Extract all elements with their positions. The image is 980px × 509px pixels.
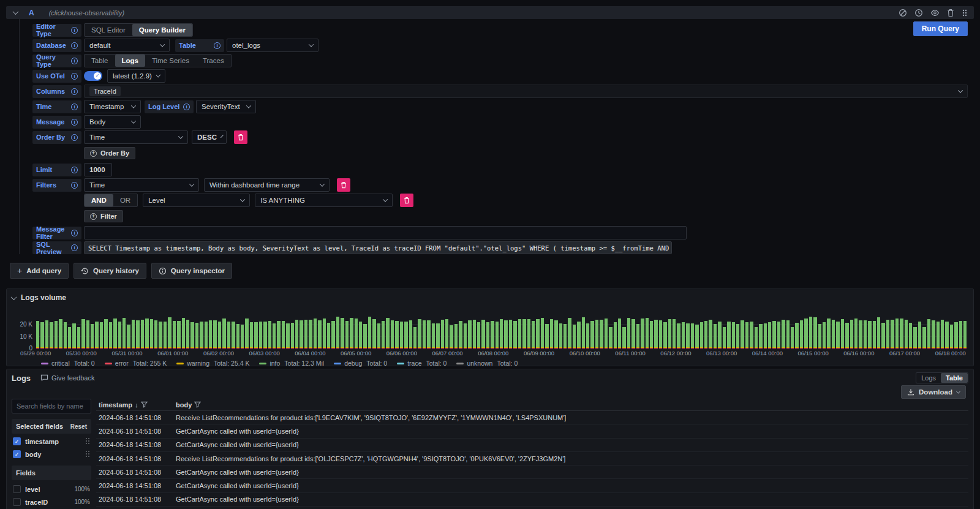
remove-time-filter-button[interactable]	[337, 178, 350, 192]
log-table-row[interactable]: 2024-06-18 14:51:08GetCartAsync called w…	[96, 479, 968, 492]
filter-operator-and[interactable]: AND	[85, 194, 113, 206]
query-history-button[interactable]: Query history	[74, 263, 146, 279]
log-table-row[interactable]: 2024-06-18 14:51:08Receive ListRecommend…	[96, 411, 968, 424]
drag-handle-icon[interactable]	[85, 450, 90, 459]
volume-bar	[636, 324, 639, 349]
add-query-button[interactable]: + Add query	[10, 263, 69, 279]
log-table-row[interactable]: 2024-06-18 14:51:08GetCartAsync called w…	[96, 466, 968, 479]
volume-bar	[868, 321, 871, 349]
available-field-level[interactable]: level100%	[13, 484, 90, 494]
collapse-query-chevron-icon[interactable]	[13, 9, 19, 15]
filter-level-field-select[interactable]: Level	[143, 194, 250, 207]
search-fields-input[interactable]	[12, 399, 91, 413]
use-otel-toggle[interactable]: ✓	[84, 71, 102, 81]
legend-series-label[interactable]: info	[270, 360, 280, 367]
log-body-cell: GetCartAsync called with userId={userId}	[175, 441, 968, 448]
volume-bar	[250, 322, 253, 349]
reset-fields-button[interactable]: Reset	[70, 423, 87, 430]
legend-series-label[interactable]: error	[115, 360, 129, 367]
field-name-label: level	[25, 486, 40, 493]
volume-bar	[200, 322, 203, 349]
log-level-column-select[interactable]: SeverityText	[196, 100, 256, 113]
collapse-volume-chevron-icon[interactable]	[11, 294, 17, 300]
add-order-by-button[interactable]: Order By	[84, 147, 135, 159]
volume-bar	[823, 322, 826, 349]
filter-time-field-select[interactable]: Time	[84, 178, 199, 192]
legend-color-swatch	[334, 363, 341, 364]
volume-bar	[491, 321, 494, 349]
view-toggle-logs[interactable]: Logs	[916, 373, 941, 383]
table-select[interactable]: otel_logs	[227, 39, 318, 52]
order-by-field-select[interactable]: Time	[84, 130, 188, 144]
query-type-traces[interactable]: Traces	[196, 55, 231, 67]
volume-bar	[513, 321, 516, 349]
message-filter-input[interactable]	[84, 226, 687, 239]
filter-funnel-icon[interactable]	[141, 401, 148, 408]
filter-funnel-icon[interactable]	[194, 401, 201, 408]
delete-query-icon[interactable]	[947, 9, 954, 17]
checkbox-checked-icon[interactable]: ✓	[13, 437, 21, 445]
x-axis-tick: 06/06 00:00	[386, 350, 417, 356]
log-table-row[interactable]: 2024-06-18 14:51:08GetCartAsync called w…	[96, 424, 968, 438]
volume-bar	[341, 318, 344, 349]
database-select[interactable]: default	[84, 39, 170, 52]
legend-series-label[interactable]: debug	[344, 360, 362, 367]
legend-series-label[interactable]: critical	[51, 360, 70, 367]
limit-input[interactable]	[84, 163, 112, 176]
volume-bar	[777, 322, 780, 349]
order-by-direction-select[interactable]: DESC	[192, 130, 227, 144]
selected-field-body[interactable]: ✓body	[13, 449, 90, 459]
filter-operator-or[interactable]: OR	[113, 194, 137, 206]
query-type-logs[interactable]: Logs	[115, 55, 145, 67]
hide-response-eye-icon[interactable]	[930, 9, 940, 17]
selected-field-timestamp[interactable]: ✓timestamp	[13, 436, 90, 447]
view-toggle-table[interactable]: Table	[941, 373, 968, 383]
editor-type-query-builder[interactable]: Query Builder	[132, 24, 192, 36]
remove-level-filter-button[interactable]	[400, 194, 413, 207]
legend-series-label[interactable]: trace	[407, 360, 421, 367]
body-column-header[interactable]: body	[176, 401, 192, 409]
filter-time-value-select[interactable]: Within dashboard time range	[204, 178, 330, 192]
legend-item-debug: debugTotal: 0	[334, 360, 387, 367]
volume-bar	[886, 320, 889, 349]
editor-type-sql-editor[interactable]: SQL Editor	[85, 24, 132, 36]
info-circle-icon	[159, 267, 167, 275]
legend-series-label[interactable]: warning	[187, 360, 209, 367]
history-icon	[81, 267, 89, 275]
columns-tag-traceid[interactable]: TraceId	[89, 86, 121, 96]
run-query-button[interactable]: Run Query	[913, 21, 968, 36]
remove-order-by-button[interactable]	[234, 130, 247, 144]
add-filter-button[interactable]: Filter	[84, 210, 123, 222]
trash-icon	[404, 197, 410, 204]
download-button[interactable]: Download	[901, 385, 966, 399]
query-inspector-button[interactable]: Query inspector	[151, 263, 232, 279]
volume-bar	[622, 327, 625, 349]
query-history-icon[interactable]	[914, 9, 923, 17]
query-type-time-series[interactable]: Time Series	[145, 55, 196, 67]
log-table-row[interactable]: 2024-06-18 14:51:08GetCartAsync called w…	[96, 493, 968, 507]
disable-query-icon[interactable]	[899, 9, 907, 17]
checkbox-unchecked-icon[interactable]	[13, 485, 21, 493]
drag-handle-icon[interactable]	[85, 437, 90, 446]
sort-desc-icon[interactable]: ↓	[135, 401, 138, 409]
filter-level-op-select[interactable]: IS ANYTHING	[255, 194, 393, 207]
otel-version-select[interactable]: latest (1.2.9)	[107, 69, 165, 83]
drag-handle-icon[interactable]	[962, 9, 968, 17]
available-field-traceID[interactable]: traceID100%	[13, 497, 90, 507]
volume-bar	[845, 323, 848, 349]
volume-bar	[40, 322, 43, 349]
legend-series-label[interactable]: unknown	[467, 360, 492, 367]
volume-bar	[646, 318, 649, 349]
checkbox-unchecked-icon[interactable]	[13, 498, 21, 506]
message-column-select[interactable]: Body	[84, 115, 141, 129]
timestamp-column-header[interactable]: timestamp	[99, 401, 132, 409]
log-table-row[interactable]: 2024-06-18 14:51:08GetCartAsync called w…	[96, 439, 968, 452]
checkbox-checked-icon[interactable]: ✓	[13, 450, 21, 458]
query-type-table[interactable]: Table	[85, 55, 115, 67]
give-feedback-link[interactable]: Give feedback	[40, 374, 94, 382]
columns-multiselect[interactable]: TraceId	[84, 85, 968, 98]
time-column-select[interactable]: Timestamp	[84, 100, 141, 113]
log-table-row[interactable]: 2024-06-18 14:51:08Receive ListRecommend…	[96, 507, 968, 509]
log-table-row[interactable]: 2024-06-18 14:51:08Receive ListRecommend…	[96, 452, 968, 466]
legend-item-trace: traceTotal: 0	[397, 360, 447, 367]
